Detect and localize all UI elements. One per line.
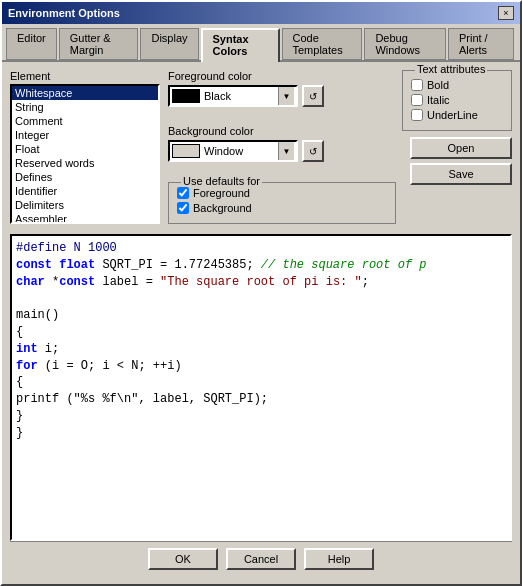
window-title: Environment Options — [8, 7, 120, 19]
foreground-default-checkbox[interactable] — [177, 187, 189, 199]
background-color-swatch — [172, 144, 200, 158]
background-color-label: Background color — [168, 125, 396, 137]
listbox-item-assembler[interactable]: Assembler — [12, 212, 158, 224]
foreground-color-row: Black ▼ ↺ — [168, 85, 396, 107]
listbox-item-float[interactable]: Float — [12, 142, 158, 156]
code-preview[interactable]: #define N 1000 const float SQRT_PI = 1.7… — [10, 234, 512, 541]
tab-debug-windows[interactable]: Debug Windows — [364, 28, 446, 60]
color-and-defaults: Foreground color Black ▼ ↺ Backgrou — [168, 70, 396, 224]
action-buttons: Open Save — [410, 137, 512, 185]
environment-options-dialog: Environment Options × Editor Gutter & Ma… — [0, 0, 522, 586]
listbox-item-identifier[interactable]: Identifier — [12, 184, 158, 198]
text-attributes-group: Text attributes Bold Italic UnderLine — [402, 70, 512, 131]
help-button[interactable]: Help — [304, 548, 374, 570]
listbox-item-comment[interactable]: Comment — [12, 114, 158, 128]
background-color-dropdown[interactable]: Window ▼ — [168, 140, 298, 162]
code-line-5: main() — [16, 307, 506, 324]
ok-button[interactable]: OK — [148, 548, 218, 570]
listbox-item-whitespace[interactable]: Whitespace — [12, 86, 158, 100]
underline-checkbox[interactable] — [411, 109, 423, 121]
element-label: Element — [10, 70, 160, 82]
code-line-8: for (i = O; i < N; ++i) — [16, 358, 506, 375]
foreground-color-swatch — [172, 89, 200, 103]
underline-row: UnderLine — [411, 109, 503, 121]
tab-editor[interactable]: Editor — [6, 28, 57, 60]
tab-code-templates[interactable]: Code Templates — [282, 28, 363, 60]
open-button[interactable]: Open — [410, 137, 512, 159]
element-panel: Element Whitespace String Comment Intege… — [10, 70, 160, 224]
code-line-9: { — [16, 374, 506, 391]
background-dropdown-arrow[interactable]: ▼ — [278, 142, 294, 160]
title-bar: Environment Options × — [2, 2, 520, 24]
text-attributes-label: Text attributes — [415, 63, 487, 75]
tab-bar: Editor Gutter & Margin Display Syntax Co… — [2, 24, 520, 62]
close-button[interactable]: × — [498, 6, 514, 20]
italic-row: Italic — [411, 94, 503, 106]
foreground-reset-button[interactable]: ↺ — [302, 85, 324, 107]
listbox-item-reserved[interactable]: Reserved words — [12, 156, 158, 170]
code-line-1: #define N 1000 — [16, 240, 506, 257]
background-default-label: Background — [193, 202, 252, 214]
foreground-color-dropdown[interactable]: Black ▼ — [168, 85, 298, 107]
tab-print-alerts[interactable]: Print / Alerts — [448, 28, 514, 60]
foreground-dropdown-arrow[interactable]: ▼ — [278, 87, 294, 105]
foreground-default-row: Foreground — [177, 187, 387, 199]
bold-row: Bold — [411, 79, 503, 91]
code-line-7: int i; — [16, 341, 506, 358]
listbox-item-string[interactable]: String — [12, 100, 158, 114]
listbox-item-delimiters[interactable]: Delimiters — [12, 198, 158, 212]
background-color-row: Window ▼ ↺ — [168, 140, 396, 162]
use-defaults-label: Use defaults for — [181, 175, 262, 187]
foreground-default-label: Foreground — [193, 187, 250, 199]
code-line-12: } — [16, 425, 506, 442]
middle-section: Foreground color Black ▼ ↺ Backgrou — [168, 70, 512, 224]
code-line-10: printf ("%s %f\n", label, SQRT_PI); — [16, 391, 506, 408]
background-reset-button[interactable]: ↺ — [302, 140, 324, 162]
cancel-button[interactable]: Cancel — [226, 548, 296, 570]
background-default-row: Background — [177, 202, 387, 214]
listbox-item-defines[interactable]: Defines — [12, 170, 158, 184]
bold-label: Bold — [427, 79, 449, 91]
attributes-and-actions: Text attributes Bold Italic UnderLine — [402, 70, 512, 224]
listbox-item-integer[interactable]: Integer — [12, 128, 158, 142]
italic-label: Italic — [427, 94, 450, 106]
content-area: Element Whitespace String Comment Intege… — [2, 62, 520, 584]
code-preview-container: #define N 1000 const float SQRT_PI = 1.7… — [10, 234, 512, 541]
foreground-color-group: Foreground color Black ▼ ↺ — [168, 70, 396, 117]
code-line-6: { — [16, 324, 506, 341]
code-line-4 — [16, 290, 506, 307]
background-color-group: Background color Window ▼ ↺ — [168, 125, 396, 172]
foreground-color-label: Foreground color — [168, 70, 396, 82]
top-section: Element Whitespace String Comment Intege… — [10, 70, 512, 224]
underline-label: UnderLine — [427, 109, 478, 121]
code-line-3: char *const label = "The square root of … — [16, 274, 506, 291]
background-default-checkbox[interactable] — [177, 202, 189, 214]
bottom-bar: OK Cancel Help — [10, 541, 512, 576]
bold-checkbox[interactable] — [411, 79, 423, 91]
code-line-2: const float SQRT_PI = 1.77245385; // the… — [16, 257, 506, 274]
foreground-color-value: Black — [204, 90, 278, 102]
italic-checkbox[interactable] — [411, 94, 423, 106]
save-button[interactable]: Save — [410, 163, 512, 185]
tab-display[interactable]: Display — [140, 28, 198, 60]
tab-syntax-colors[interactable]: Syntax Colors — [201, 28, 280, 62]
use-defaults-group: Use defaults for Foreground Background — [168, 182, 396, 224]
code-line-11: } — [16, 408, 506, 425]
background-color-value: Window — [204, 145, 278, 157]
element-listbox[interactable]: Whitespace String Comment Integer Float … — [10, 84, 160, 224]
tab-gutter[interactable]: Gutter & Margin — [59, 28, 139, 60]
